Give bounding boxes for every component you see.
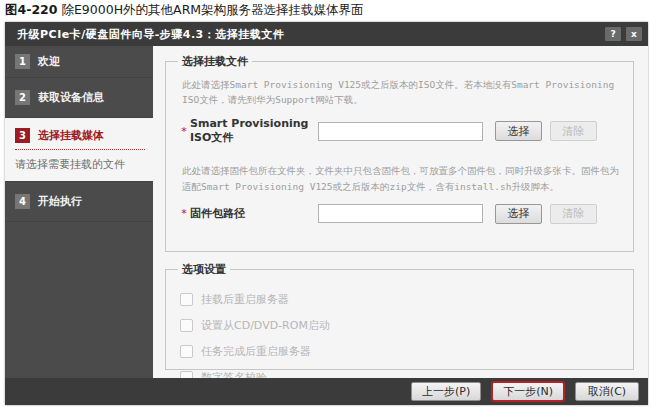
options-legend: 选项设置 [178, 262, 230, 277]
firmware-path-label: 固件包路径 [190, 206, 318, 221]
option-row-restart-after-mount: 挂载后重启服务器 [180, 292, 623, 307]
required-marker: * [178, 207, 190, 220]
sidebar-step-select-media-active[interactable]: 3 选择挂载媒体 请选择需要挂载的文件 [5, 118, 153, 182]
checkbox-restart-after-task [180, 345, 193, 358]
checkbox-label: 挂载后重启服务器 [201, 292, 289, 307]
sidebar-step-device-info[interactable]: 2 获取设备信息 [5, 78, 153, 118]
sidebar-step-execute[interactable]: 4 开始执行 [5, 182, 153, 222]
active-step-subtitle: 请选择需要挂载的文件 [15, 155, 145, 175]
wizard-steps-sidebar: 1 欢迎 2 获取设备信息 3 选择挂载媒体 请选择需要挂载的文件 4 [5, 46, 153, 378]
next-step-button[interactable]: 下一步(N) [492, 382, 564, 401]
screenshot-root: 图4-220 除E9000H外的其他ARM架构服务器选择挂载媒体界面 升级PCI… [0, 0, 649, 407]
firmware-path-row: * 固件包路径 选择 清除 [178, 204, 623, 224]
firmware-clear-button: 清除 [550, 204, 597, 224]
wizard-dialog: 升级PCIe卡/硬盘固件向导-步骤4.3：选择挂载文件 ? x 1 欢迎 2 获… [5, 22, 648, 405]
step-number-badge: 1 [15, 54, 30, 69]
iso-file-input[interactable] [318, 122, 483, 141]
figure-caption: 图4-220 除E9000H外的其他ARM架构服务器选择挂载媒体界面 [5, 2, 364, 19]
checkbox-label: 数字签名校验 [201, 370, 267, 378]
option-row-boot-from-cddvd: 设置从CD/DVD-ROM启动 [180, 318, 623, 333]
step-label: 选择挂载媒体 [38, 128, 104, 143]
figure-number: 图4-220 [5, 2, 57, 17]
cancel-button[interactable]: 取消(C) [575, 382, 639, 401]
step-label: 开始执行 [38, 194, 82, 209]
checkbox-boot-from-cddvd [180, 319, 193, 332]
dialog-footer: 上一步(P) 下一步(N) 取消(C) [5, 378, 648, 405]
step-number-badge: 3 [15, 128, 30, 143]
dialog-title: 升级PCIe卡/硬盘固件向导-步骤4.3：选择挂载文件 [17, 27, 284, 42]
firmware-path-input[interactable] [318, 204, 483, 223]
dialog-titlebar: 升级PCIe卡/硬盘固件向导-步骤4.3：选择挂载文件 ? x [5, 22, 648, 46]
iso-hint-text: 此处请选择Smart Provisioning V125或之后版本的ISO文件。… [182, 77, 621, 107]
dialog-body: 1 欢迎 2 获取设备信息 3 选择挂载媒体 请选择需要挂载的文件 4 [5, 46, 648, 378]
iso-file-row: * Smart Provisioning ISO文件 选择 清除 [178, 117, 623, 145]
checkbox-signature-verify [180, 371, 193, 378]
firmware-select-button[interactable]: 选择 [495, 204, 542, 224]
active-step-head: 3 选择挂载媒体 [15, 126, 145, 149]
step-number-badge: 2 [15, 90, 30, 105]
checkbox-restart-after-mount [180, 293, 193, 306]
active-step-dotted-divider [15, 149, 145, 150]
iso-clear-button: 清除 [550, 121, 597, 141]
titlebar-buttons: ? x [605, 27, 642, 41]
checkbox-label: 设置从CD/DVD-ROM启动 [201, 318, 330, 333]
option-row-signature-verify: 数字签名校验 [180, 370, 623, 378]
close-icon[interactable]: x [626, 27, 642, 41]
figure-title: 除E9000H外的其他ARM架构服务器选择挂载媒体界面 [61, 2, 363, 17]
sidebar-step-welcome[interactable]: 1 欢迎 [5, 46, 153, 78]
iso-select-button[interactable]: 选择 [495, 121, 542, 141]
step-label: 获取设备信息 [38, 90, 104, 105]
select-mount-files-legend: 选择挂载文件 [178, 54, 252, 69]
sidebar-filler [5, 222, 153, 378]
checkbox-label: 任务完成后重启服务器 [201, 344, 311, 359]
firmware-hint-text: 此处请选择固件包所在文件夹，文件夹中只包含固件包，可放置多个固件包，同时升级多张… [182, 163, 621, 193]
step-number-badge: 4 [15, 194, 30, 209]
previous-step-button[interactable]: 上一步(P) [411, 382, 481, 401]
options-group: 选项设置 挂载后重启服务器 设置从CD/DVD-ROM启动 任务完成后重启服务器 [165, 262, 634, 370]
step-label: 欢迎 [38, 54, 60, 69]
iso-file-label: Smart Provisioning ISO文件 [190, 117, 318, 145]
option-row-restart-after-task: 任务完成后重启服务器 [180, 344, 623, 359]
required-marker: * [178, 125, 190, 138]
help-icon[interactable]: ? [605, 27, 621, 41]
wizard-content-panel: 选择挂载文件 此处请选择Smart Provisioning V125或之后版本… [153, 46, 648, 378]
select-mount-files-group: 选择挂载文件 此处请选择Smart Provisioning V125或之后版本… [165, 54, 634, 252]
